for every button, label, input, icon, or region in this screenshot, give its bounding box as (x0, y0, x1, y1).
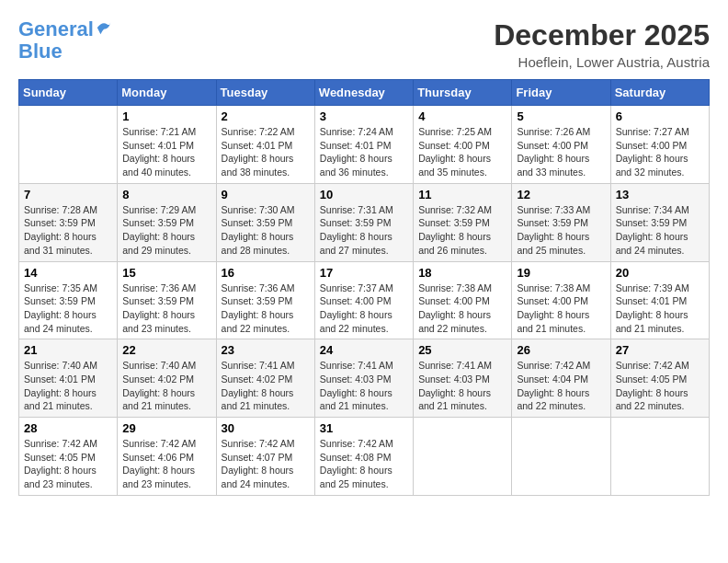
day-info: Sunrise: 7:36 AM Sunset: 3:59 PM Dayligh… (122, 282, 210, 336)
day-info: Sunrise: 7:42 AM Sunset: 4:08 PM Dayligh… (320, 437, 408, 491)
day-cell: 27Sunrise: 7:42 AM Sunset: 4:05 PM Dayli… (610, 339, 709, 418)
day-number: 3 (320, 109, 408, 123)
calendar-header-row: SundayMondayTuesdayWednesdayThursdayFrid… (19, 80, 710, 106)
day-number: 21 (24, 343, 112, 357)
day-info: Sunrise: 7:33 AM Sunset: 3:59 PM Dayligh… (517, 203, 605, 258)
day-cell: 19Sunrise: 7:38 AM Sunset: 4:00 PM Dayli… (512, 261, 610, 339)
day-info: Sunrise: 7:42 AM Sunset: 4:06 PM Dayligh… (122, 437, 210, 491)
day-cell (512, 418, 610, 496)
day-cell: 21Sunrise: 7:40 AM Sunset: 4:01 PM Dayli… (19, 339, 118, 418)
day-cell: 7Sunrise: 7:28 AM Sunset: 3:59 PM Daylig… (19, 183, 118, 261)
day-info: Sunrise: 7:32 AM Sunset: 3:59 PM Dayligh… (418, 203, 506, 258)
week-row-1: 1Sunrise: 7:21 AM Sunset: 4:01 PM Daylig… (19, 106, 710, 184)
day-number: 24 (320, 343, 408, 357)
calendar-table: SundayMondayTuesdayWednesdayThursdayFrid… (18, 79, 710, 496)
day-cell: 1Sunrise: 7:21 AM Sunset: 4:01 PM Daylig… (118, 106, 216, 184)
day-info: Sunrise: 7:22 AM Sunset: 4:01 PM Dayligh… (222, 125, 310, 179)
day-info: Sunrise: 7:40 AM Sunset: 4:02 PM Dayligh… (122, 359, 210, 413)
day-info: Sunrise: 7:42 AM Sunset: 4:05 PM Dayligh… (24, 437, 112, 491)
day-number: 23 (222, 343, 310, 357)
day-cell: 30Sunrise: 7:42 AM Sunset: 4:07 PM Dayli… (216, 418, 314, 496)
day-info: Sunrise: 7:29 AM Sunset: 3:59 PM Dayligh… (122, 203, 210, 258)
day-cell: 4Sunrise: 7:25 AM Sunset: 4:00 PM Daylig… (414, 106, 512, 184)
logo-general: General (18, 17, 94, 40)
day-info: Sunrise: 7:30 AM Sunset: 3:59 PM Dayligh… (222, 203, 310, 258)
day-info: Sunrise: 7:27 AM Sunset: 4:00 PM Dayligh… (616, 125, 704, 179)
day-number: 30 (222, 421, 310, 435)
week-row-5: 28Sunrise: 7:42 AM Sunset: 4:05 PM Dayli… (19, 418, 710, 496)
day-cell (19, 106, 118, 184)
day-cell: 13Sunrise: 7:34 AM Sunset: 3:59 PM Dayli… (610, 183, 709, 261)
day-info: Sunrise: 7:34 AM Sunset: 3:59 PM Dayligh… (616, 203, 704, 258)
day-cell: 29Sunrise: 7:42 AM Sunset: 4:06 PM Dayli… (118, 418, 216, 496)
day-cell: 28Sunrise: 7:42 AM Sunset: 4:05 PM Dayli… (19, 418, 118, 496)
day-cell: 25Sunrise: 7:41 AM Sunset: 4:03 PM Dayli… (414, 339, 512, 418)
day-cell: 20Sunrise: 7:39 AM Sunset: 4:01 PM Dayli… (610, 261, 709, 339)
main-title: December 2025 (494, 18, 710, 52)
day-info: Sunrise: 7:21 AM Sunset: 4:01 PM Dayligh… (122, 125, 210, 179)
day-number: 6 (616, 109, 704, 123)
day-number: 16 (222, 266, 310, 280)
header-thursday: Thursday (414, 80, 512, 106)
day-info: Sunrise: 7:35 AM Sunset: 3:59 PM Dayligh… (24, 282, 112, 336)
day-info: Sunrise: 7:31 AM Sunset: 3:59 PM Dayligh… (320, 203, 408, 258)
day-info: Sunrise: 7:38 AM Sunset: 4:00 PM Dayligh… (517, 282, 605, 336)
day-info: Sunrise: 7:39 AM Sunset: 4:01 PM Dayligh… (616, 282, 704, 336)
week-row-2: 7Sunrise: 7:28 AM Sunset: 3:59 PM Daylig… (19, 183, 710, 261)
day-info: Sunrise: 7:26 AM Sunset: 4:00 PM Dayligh… (517, 125, 605, 179)
title-block: December 2025 Hoeflein, Lower Austria, A… (494, 18, 710, 70)
day-cell: 16Sunrise: 7:36 AM Sunset: 3:59 PM Dayli… (216, 261, 314, 339)
day-cell: 9Sunrise: 7:30 AM Sunset: 3:59 PM Daylig… (216, 183, 314, 261)
day-cell (610, 418, 709, 496)
day-info: Sunrise: 7:37 AM Sunset: 4:00 PM Dayligh… (320, 282, 408, 336)
logo-bird-icon (96, 19, 112, 36)
day-cell: 15Sunrise: 7:36 AM Sunset: 3:59 PM Dayli… (118, 261, 216, 339)
header-saturday: Saturday (610, 80, 709, 106)
day-number: 27 (616, 343, 704, 357)
day-number: 10 (320, 188, 408, 201)
day-info: Sunrise: 7:42 AM Sunset: 4:04 PM Dayligh… (517, 359, 605, 413)
header-friday: Friday (512, 80, 610, 106)
day-cell: 3Sunrise: 7:24 AM Sunset: 4:01 PM Daylig… (314, 106, 413, 184)
logo-text: General Blue (18, 18, 112, 63)
day-cell: 17Sunrise: 7:37 AM Sunset: 4:00 PM Dayli… (314, 261, 413, 339)
header-sunday: Sunday (19, 80, 118, 106)
day-number: 4 (418, 109, 506, 123)
day-cell: 14Sunrise: 7:35 AM Sunset: 3:59 PM Dayli… (19, 261, 118, 339)
day-info: Sunrise: 7:24 AM Sunset: 4:01 PM Dayligh… (320, 125, 408, 179)
day-number: 26 (517, 343, 605, 357)
day-number: 28 (24, 421, 112, 435)
day-number: 29 (122, 421, 210, 435)
logo: General Blue (18, 18, 112, 63)
day-number: 5 (517, 109, 605, 123)
day-number: 2 (222, 109, 310, 123)
day-info: Sunrise: 7:40 AM Sunset: 4:01 PM Dayligh… (24, 359, 112, 413)
day-number: 25 (418, 343, 506, 357)
day-number: 13 (616, 188, 704, 201)
day-cell (414, 418, 512, 496)
day-number: 17 (320, 266, 408, 280)
day-info: Sunrise: 7:42 AM Sunset: 4:07 PM Dayligh… (222, 437, 310, 491)
page-header: General Blue December 2025 Hoeflein, Low… (18, 18, 710, 70)
day-info: Sunrise: 7:41 AM Sunset: 4:02 PM Dayligh… (222, 359, 310, 413)
day-cell: 6Sunrise: 7:27 AM Sunset: 4:00 PM Daylig… (610, 106, 709, 184)
week-row-4: 21Sunrise: 7:40 AM Sunset: 4:01 PM Dayli… (19, 339, 710, 418)
day-info: Sunrise: 7:36 AM Sunset: 3:59 PM Dayligh… (222, 282, 310, 336)
header-wednesday: Wednesday (314, 80, 413, 106)
day-number: 11 (418, 188, 506, 201)
day-info: Sunrise: 7:28 AM Sunset: 3:59 PM Dayligh… (24, 203, 112, 258)
day-cell: 8Sunrise: 7:29 AM Sunset: 3:59 PM Daylig… (118, 183, 216, 261)
day-info: Sunrise: 7:41 AM Sunset: 4:03 PM Dayligh… (320, 359, 408, 413)
day-cell: 22Sunrise: 7:40 AM Sunset: 4:02 PM Dayli… (118, 339, 216, 418)
day-number: 1 (122, 109, 210, 123)
day-cell: 26Sunrise: 7:42 AM Sunset: 4:04 PM Dayli… (512, 339, 610, 418)
day-cell: 5Sunrise: 7:26 AM Sunset: 4:00 PM Daylig… (512, 106, 610, 184)
day-number: 9 (222, 188, 310, 201)
day-number: 22 (122, 343, 210, 357)
day-cell: 12Sunrise: 7:33 AM Sunset: 3:59 PM Dayli… (512, 183, 610, 261)
day-info: Sunrise: 7:38 AM Sunset: 4:00 PM Dayligh… (418, 282, 506, 336)
header-tuesday: Tuesday (216, 80, 314, 106)
day-info: Sunrise: 7:25 AM Sunset: 4:00 PM Dayligh… (418, 125, 506, 179)
day-number: 8 (122, 188, 210, 201)
day-number: 19 (517, 266, 605, 280)
